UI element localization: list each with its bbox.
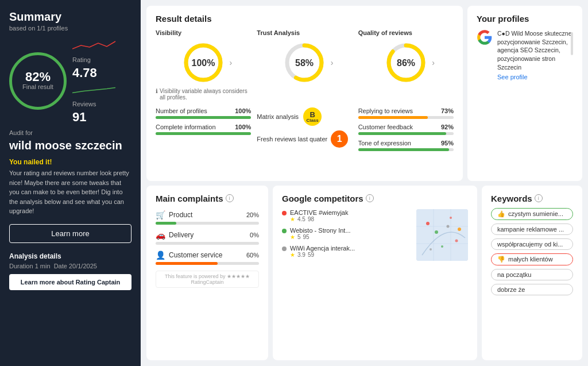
- competitor-1: EACTIVE #wiemyjak ★ 4.5 98: [282, 209, 411, 222]
- keyword-4: 👎 małych klientów: [491, 253, 573, 265]
- trust-donut: 58%: [281, 40, 327, 86]
- quality-value: 86%: [397, 58, 415, 68]
- tone-label: Tone of expression: [358, 140, 411, 147]
- replying-label: Replying to reviews: [358, 107, 413, 114]
- visibility-chevron[interactable]: ›: [229, 58, 232, 67]
- fresh-reviews: Fresh reviews last quater 1: [257, 130, 352, 148]
- delivery-pct: 0%: [250, 232, 259, 238]
- competitor-2-reviews: 95: [303, 234, 310, 240]
- score-percent: 82%: [25, 71, 51, 83]
- visibility-label: Visibility: [156, 29, 181, 36]
- learn-more-button[interactable]: Learn more: [9, 224, 131, 243]
- feedback-value: 92%: [441, 124, 454, 130]
- complaints-info-icon[interactable]: i: [226, 194, 234, 202]
- keyword-6: dobrze że: [491, 284, 573, 295]
- keywords-title: Keywords: [491, 194, 532, 203]
- competitor-2-name: Webisto - Strony Int...: [290, 227, 351, 234]
- keywords-panel: Keywords i 👍 czystym sumienie... kampani…: [482, 186, 582, 361]
- quality-label: Quality of reviews: [358, 29, 412, 36]
- result-details-panel: Result details Visibility 100% ›: [146, 6, 463, 181]
- svg-point-18: [458, 228, 461, 231]
- replying-reviews: Replying to reviews 73%: [358, 107, 454, 119]
- competitor-1-dot: [282, 211, 287, 215]
- quality-metric: Quality of reviews 86% ›: [358, 29, 454, 101]
- replying-value: 73%: [441, 107, 454, 114]
- reviews-label: Reviews: [72, 101, 118, 107]
- matrix-analysis: Matrix analysis B Class: [257, 107, 352, 126]
- complete-information: Complete information 100%: [156, 124, 251, 135]
- profile-name: C●D Wild Moose skuteczne pozycjonowanie …: [497, 29, 573, 71]
- keywords-list: 👍 czystym sumienie... kampanie reklamowe…: [491, 208, 573, 295]
- sidebar: Summary based on 1/1 profiles 82% Final …: [0, 0, 141, 366]
- visibility-note: ℹ Visibility variable always considers a…: [156, 88, 251, 101]
- keyword-1-text: czystym sumienie...: [508, 210, 563, 217]
- keyword-3-text: współpracujemy od ki...: [497, 241, 563, 248]
- score-circle: 82% Final result: [9, 52, 67, 110]
- score-label: Final result: [22, 83, 53, 91]
- rating-sparkline: [72, 38, 118, 53]
- number-of-profiles: Number of profiles 100%: [156, 107, 251, 119]
- product-pct: 20%: [246, 211, 259, 218]
- keyword-4-icon: 👎: [497, 256, 505, 263]
- svg-point-15: [441, 245, 443, 248]
- profiles-label: Number of profiles: [156, 107, 207, 114]
- keyword-5: na początku: [491, 269, 573, 280]
- visibility-value: 100%: [192, 58, 215, 68]
- matrix-label: Matrix analysis: [257, 113, 299, 120]
- competitor-1-reviews: 98: [308, 216, 314, 222]
- profile-item: C●D Wild Moose skuteczne pozycjonowanie …: [477, 29, 573, 80]
- competitor-1-rating: 4.5: [297, 216, 305, 222]
- sidebar-title: Summary: [9, 10, 61, 24]
- keyword-2-text: kampanie reklamowe ...: [497, 226, 564, 233]
- svg-point-17: [450, 217, 452, 219]
- competitors-title: Google competitors: [282, 194, 363, 203]
- tone-value: 95%: [441, 140, 454, 147]
- competitor-3-rating: 3.9: [297, 252, 305, 258]
- service-pct: 60%: [246, 252, 259, 259]
- product-icon: 🛒: [156, 210, 165, 219]
- rating-captain-button[interactable]: Learn more about Rating Captain: [9, 274, 131, 290]
- keyword-5-text: na początku: [497, 271, 531, 278]
- customer-feedback: Customer feedback 92%: [358, 124, 454, 135]
- profiles-scrollbar[interactable]: [571, 32, 573, 55]
- keyword-1-icon: 👍: [497, 210, 505, 218]
- delivery-label: Delivery: [169, 231, 194, 239]
- competitor-3-dot: [282, 246, 287, 251]
- product-label: Product: [169, 211, 192, 219]
- keyword-3: współpracujemy od ki...: [491, 238, 573, 250]
- svg-point-16: [430, 248, 432, 251]
- main-complaints-panel: Main complaints i 🛒 Product 20% 🚗: [146, 186, 268, 361]
- result-details-title: Result details: [156, 14, 454, 24]
- competitors-info-icon[interactable]: i: [366, 194, 374, 202]
- audit-label: Audit for: [9, 129, 131, 136]
- trust-metric: Trust Analysis 58% ›: [257, 29, 352, 101]
- competitor-3-name: WiWi Agencja interak...: [290, 245, 355, 252]
- analysis-details-title: Analysis details: [9, 252, 131, 260]
- svg-point-11: [426, 222, 430, 225]
- quality-chevron[interactable]: ›: [432, 58, 435, 67]
- complaint-delivery: 🚗 Delivery 0%: [156, 230, 259, 245]
- visibility-metric: Visibility 100% › ℹ Visibility variable: [156, 29, 251, 101]
- sidebar-subtitle: based on 1/1 profiles: [9, 25, 131, 32]
- svg-point-14: [455, 239, 458, 242]
- keywords-info-icon[interactable]: i: [535, 194, 543, 202]
- reviews-sparkline: [72, 83, 118, 97]
- google-competitors-panel: Google competitors i EACTIVE #wiemyjak ★: [273, 186, 477, 361]
- rating-label: Rating: [72, 56, 118, 63]
- visibility-donut: 100%: [180, 40, 226, 86]
- keyword-4-text: małych klientów: [508, 256, 553, 263]
- your-profiles-panel: Your profiles C●D Wild Moose: [467, 6, 582, 181]
- competitor-2-dot: [282, 229, 287, 233]
- complaints-title: Main complaints: [156, 194, 223, 203]
- svg-point-13: [447, 225, 450, 228]
- complete-value: 100%: [235, 124, 251, 130]
- delivery-icon: 🚗: [156, 230, 165, 240]
- feedback-label: Customer feedback: [358, 124, 413, 130]
- see-profile-link[interactable]: See profile: [497, 74, 573, 80]
- competitor-2-rating: 5: [297, 234, 301, 240]
- complete-label: Complete information: [156, 124, 216, 130]
- tone-of-expression: Tone of expression 95%: [358, 140, 454, 151]
- competitors-map: [416, 209, 468, 261]
- trust-value: 58%: [295, 58, 314, 68]
- trust-chevron[interactable]: ›: [331, 58, 334, 67]
